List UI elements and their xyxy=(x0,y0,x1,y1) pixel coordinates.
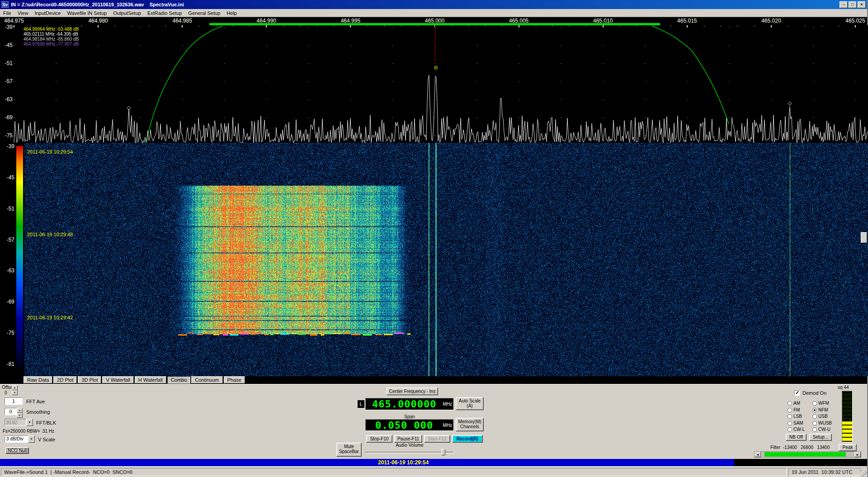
mode-label: NFM xyxy=(818,407,828,412)
datetime-text: 2011-06-19 10:29:54 xyxy=(378,459,429,466)
freq-tick-label: 465.005 xyxy=(509,18,528,24)
resize-grip[interactable] xyxy=(860,470,867,477)
mode-label: CW-L xyxy=(793,427,805,432)
menu-help[interactable]: Help xyxy=(223,9,240,17)
datetime-bar-fill xyxy=(0,459,734,466)
menu-inputdevice[interactable]: InputDevice xyxy=(31,9,64,17)
slider-thumb[interactable] xyxy=(441,449,445,455)
scroll-handle[interactable] xyxy=(861,232,867,243)
file-position-scrollbar[interactable]: ◄ ► xyxy=(754,451,861,458)
offset-value: 0 xyxy=(5,390,7,395)
waterfall-timestamp: 2011-06-19 10:29:42 xyxy=(27,315,73,320)
mode-am[interactable]: AM xyxy=(788,401,800,406)
mode-wusb[interactable]: WUSB xyxy=(812,421,832,426)
span-display[interactable]: 0.050 000 MHz xyxy=(365,419,454,431)
spectrum-plot[interactable] xyxy=(0,25,868,143)
waterfall-db-label: -45 xyxy=(1,174,14,181)
audio-volume-label: Audio Volume xyxy=(365,443,454,448)
frequency-value[interactable]: 465.000000 xyxy=(366,398,443,410)
tab-combo[interactable]: Combo xyxy=(167,376,190,383)
mode-cw-u[interactable]: CW-U xyxy=(812,427,830,432)
mode-sam[interactable]: SAM xyxy=(788,421,803,426)
auto-scale-button[interactable]: Auto Scale (A) xyxy=(456,397,484,410)
start-button[interactable]: Start-F12 xyxy=(424,435,450,443)
tab-phase[interactable]: Phase xyxy=(224,376,245,383)
slider-track[interactable] xyxy=(365,452,454,454)
waterfall-timestamp: 2011-06-19 10:29:54 xyxy=(27,149,73,154)
waterfall-area: -39-45-51-57-63-69-75-812011-06-19 10:29… xyxy=(0,143,867,376)
fft-ave-input[interactable]: 1 xyxy=(5,398,23,405)
frequency-display[interactable]: 465.000000 MHz xyxy=(365,398,454,410)
smoothing-spinner[interactable]: 0 ▲▼ xyxy=(5,408,23,415)
v-scale-value: 3 dB/Div xyxy=(5,435,28,443)
freq-tick-label: 465.025 xyxy=(845,18,865,24)
mode-lsb[interactable]: LSB xyxy=(788,414,802,419)
mode-label: FM xyxy=(793,407,800,412)
minimize-icon[interactable]: – xyxy=(840,1,848,8)
tab-h-waterfall[interactable]: H Waterfall xyxy=(135,376,166,383)
maximize-icon[interactable]: □ xyxy=(849,1,857,8)
scrollbar-position[interactable] xyxy=(764,452,846,457)
menu-outputsetup[interactable]: OutputSetup xyxy=(110,9,144,17)
title-bar[interactable]: Sv IN = Z:\sdr\Record0-465000000Hz_20110… xyxy=(0,0,867,9)
mode-usb[interactable]: USB xyxy=(812,414,828,419)
tab-raw-data[interactable]: Raw Data xyxy=(24,376,52,383)
v-scale-select[interactable]: 3 dB/Div ▼ xyxy=(5,435,35,443)
menu-extradio-setup[interactable]: ExtRadio Setup xyxy=(144,9,185,17)
record-button[interactable]: Record(R) xyxy=(452,435,483,443)
status-left: WaveFile->Sound 1 | -Manual Record- NCO=… xyxy=(1,468,787,476)
span-unit: MHz xyxy=(443,423,453,428)
waterfall-db-label: -57 xyxy=(1,237,14,243)
peak-button[interactable]: Peak xyxy=(839,444,857,451)
chevron-down-icon[interactable]: ▼ xyxy=(28,435,35,443)
scrollbar-track[interactable] xyxy=(761,452,854,457)
menu-wavefile-in-setup[interactable]: Wavefile IN Setup xyxy=(64,9,110,17)
mode-cw-l[interactable]: CW-L xyxy=(788,427,805,432)
tab-3d-plot[interactable]: 3D Plot xyxy=(78,376,101,383)
offset-spinner[interactable]: ▲▼ xyxy=(12,385,18,395)
spin-up-icon[interactable]: ▲ xyxy=(17,408,23,413)
close-icon[interactable]: ✕ xyxy=(858,1,866,8)
mute-button[interactable]: Mute SpaceBar xyxy=(336,443,362,457)
mode-wfm[interactable]: WFM xyxy=(812,401,829,406)
scroll-right-icon[interactable]: ► xyxy=(854,452,861,457)
menu-file[interactable]: File xyxy=(0,9,14,17)
center-frequency-button[interactable]: Center Frequency - Ins xyxy=(387,388,438,395)
spacebar-label: SpaceBar xyxy=(337,449,361,454)
mode-nfm[interactable]: NFM xyxy=(812,407,828,412)
span-label: Span xyxy=(365,414,454,419)
fft-blk-select[interactable]: 8192 ▼ xyxy=(5,419,33,426)
tab-v-waterfall[interactable]: V Waterfall xyxy=(102,376,133,383)
pause-button[interactable]: Pause-F11 xyxy=(394,435,422,443)
demod-on-checkbox[interactable]: Demod On xyxy=(794,390,826,397)
menu-view[interactable]: View xyxy=(14,9,32,17)
tab-2d-plot[interactable]: 2D Plot xyxy=(53,376,77,383)
spin-up-icon[interactable]: ▲ xyxy=(12,385,18,390)
audio-volume-slider[interactable] xyxy=(365,449,454,456)
radio-icon xyxy=(788,401,792,406)
freq-tick-label: 465.000 xyxy=(425,18,444,24)
memory-channels-button[interactable]: Memory(M) Channels xyxy=(456,418,484,431)
app-icon: Sv xyxy=(1,1,9,8)
spectrum-db-label: -51 xyxy=(0,60,13,66)
radio-icon xyxy=(812,401,817,406)
cursor-readout: 465.02111 MHz -64.395 dB xyxy=(24,32,79,37)
mode-fm[interactable]: FM xyxy=(788,407,800,412)
stop-button[interactable]: Stop-F10 xyxy=(366,435,392,443)
radio-icon xyxy=(812,408,817,412)
fft-ave-label: FFT Ave xyxy=(26,399,45,404)
tab-continuum[interactable]: Continuum xyxy=(191,376,222,383)
nco-null-button[interactable]: NCO Null xyxy=(5,447,29,454)
chevron-down-icon[interactable]: ▼ xyxy=(26,419,33,426)
scroll-left-icon[interactable]: ◄ xyxy=(755,452,761,457)
waterfall-display[interactable] xyxy=(24,143,868,376)
smoothing-value[interactable]: 0 xyxy=(5,408,17,415)
span-value[interactable]: 0.050 000 xyxy=(366,420,443,431)
freq-tick-label: 464.985 xyxy=(172,18,192,24)
spin-down-icon[interactable]: ▼ xyxy=(12,390,18,395)
menu-general-setup[interactable]: General Setup xyxy=(185,9,223,17)
spin-down-icon[interactable]: ▼ xyxy=(17,413,23,418)
nb-off-button[interactable]: NB Off xyxy=(786,434,807,441)
radio-icon xyxy=(812,427,817,432)
setup-button[interactable]: Setup... xyxy=(809,434,832,441)
